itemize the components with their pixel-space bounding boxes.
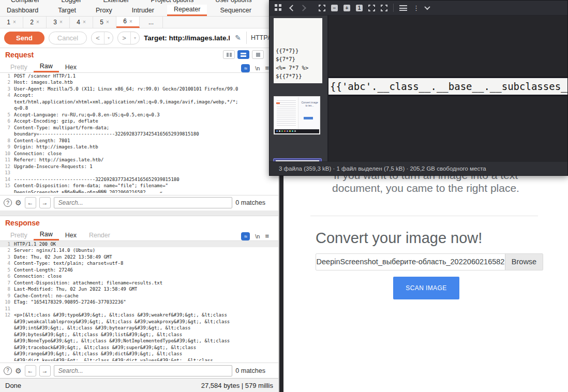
chevron-down-icon[interactable]: ▾ xyxy=(104,32,113,44)
code-line: 5Accept-Language: ru-RU,ru;q=0.8,en-US;q… xyxy=(0,112,278,118)
thumbnail-screenshot-image[interactable]: Convert image to tex... xyxy=(274,96,320,134)
prev-match-button[interactable]: ← xyxy=(25,365,36,376)
burp-top-tab[interactable]: Extender xyxy=(93,0,140,5)
code-line: 2Host: images.late.htb xyxy=(0,79,278,86)
response-view-tabs: Pretty Raw Hex Render ≈ \n ≡ xyxy=(0,229,278,240)
fit-window-icon[interactable] xyxy=(381,5,387,11)
tab-pretty[interactable]: Pretty xyxy=(4,230,34,240)
code-line: 1POST /scanner HTTP/1.1 xyxy=(0,73,278,80)
close-icon[interactable]: × xyxy=(129,19,132,24)
zoom-in-icon[interactable]: + xyxy=(343,5,350,11)
prettify-icon[interactable]: ≈ xyxy=(241,232,250,240)
repeater-tab[interactable]: 5 × xyxy=(93,17,116,28)
code-line: 10ETag: "1654178329.90895-27246-37703223… xyxy=(0,299,278,306)
response-panel-header: Response xyxy=(0,216,278,229)
tab-raw[interactable]: Raw xyxy=(34,62,59,72)
mini-burp-pane xyxy=(275,97,298,133)
next-match-button[interactable]: → xyxy=(39,197,51,208)
close-icon[interactable]: × xyxy=(36,19,39,25)
screen: If you want to turn an image into a text… xyxy=(0,0,568,392)
response-search-input[interactable] xyxy=(54,365,233,376)
gear-icon[interactable]: ⚙ xyxy=(15,199,22,207)
close-icon[interactable]: × xyxy=(83,19,86,25)
burp-main-tab[interactable]: Intruder xyxy=(125,5,161,16)
burp-main-tab[interactable]: Target xyxy=(51,5,83,16)
cancel-button[interactable]: Cancel xyxy=(49,32,87,44)
next-match-button[interactable]: → xyxy=(39,365,51,376)
gear-icon[interactable]: ⚙ xyxy=(15,367,22,375)
close-icon[interactable]: × xyxy=(59,19,63,25)
help-icon[interactable]: ? xyxy=(4,199,12,207)
fit-width-icon[interactable] xyxy=(368,5,375,11)
preview-canvas[interactable]: {{'abc'.__class__.__base__.__subclasses_… xyxy=(328,16,567,161)
close-icon[interactable]: × xyxy=(106,19,109,25)
repeater-tab[interactable]: ... × xyxy=(140,17,163,28)
burp-top-tab[interactable]: User options xyxy=(204,0,262,5)
file-count-label: 3 файла (359,3 kB) · 1 файл выделен (7,5… xyxy=(279,165,486,172)
editor-menu-icon[interactable]: ≡ xyxy=(265,64,269,72)
forward-icon[interactable] xyxy=(300,5,306,11)
burp-main-tabs: DashboardTargetProxyIntruderRepeaterSequ… xyxy=(0,5,279,17)
tab-hex[interactable]: Hex xyxy=(59,230,83,240)
request-control-bar: Send Cancel < ▾ > ▾ Target: http://image… xyxy=(0,28,278,49)
burp-main-tab[interactable]: Proxy xyxy=(89,5,119,16)
payload-line: ${{7*7}} xyxy=(276,72,320,81)
response-match-count: 0 matches xyxy=(235,367,275,374)
tab-pretty[interactable]: Pretty xyxy=(4,62,34,72)
request-view-tabs: Pretty Raw Hex ≈ \n ≡ xyxy=(0,61,278,72)
tab-hex[interactable]: Hex xyxy=(59,62,83,72)
show-newlines-icon[interactable]: \n xyxy=(255,233,260,239)
chevron-down-icon[interactable] xyxy=(424,4,430,10)
app-grid-icon[interactable] xyxy=(275,4,277,7)
repeater-tab[interactable]: 4 × xyxy=(70,17,93,28)
edit-target-icon[interactable]: ✎ xyxy=(235,34,241,42)
tab-raw[interactable]: Raw xyxy=(34,230,59,240)
panel-splitter[interactable] xyxy=(0,210,278,216)
request-search-input[interactable] xyxy=(54,197,233,208)
repeater-tab[interactable]: 2 × xyxy=(23,17,47,28)
burp-main-tab[interactable]: Repeater xyxy=(167,5,207,16)
history-back-button[interactable]: < ▾ xyxy=(91,32,113,44)
rows-layout-icon[interactable] xyxy=(237,50,249,59)
response-editor[interactable]: 1HTTP/1.1 200 OK 2Server: nginx/1.14.0 (… xyxy=(0,240,278,363)
repeater-tab-label: ... xyxy=(148,19,154,26)
repeater-tab[interactable]: 1 × xyxy=(0,17,23,28)
scan-image-button[interactable]: SCAN IMAGE xyxy=(393,277,459,299)
tab-render[interactable]: Render xyxy=(83,230,116,240)
send-button[interactable]: Send xyxy=(4,32,44,44)
prettify-icon[interactable]: ≈ xyxy=(241,64,250,72)
tagline-line2: document, you came to the right place. xyxy=(283,182,568,194)
code-line: &#39;NoneType&#39;&gt;, &lt;class &#39;N… xyxy=(0,338,278,344)
burp-main-tab[interactable]: Dashboard xyxy=(0,5,45,16)
list-view-icon[interactable] xyxy=(399,5,407,11)
prev-match-button[interactable]: ← xyxy=(25,197,36,208)
zoom-out-icon[interactable]: − xyxy=(331,5,338,11)
burp-top-tab[interactable]: Project options xyxy=(140,0,205,5)
code-line: 11 xyxy=(0,306,278,312)
help-icon[interactable]: ? xyxy=(4,367,12,375)
single-layout-icon[interactable] xyxy=(252,50,264,59)
browse-button[interactable]: Browse xyxy=(505,254,543,270)
file-input-value[interactable]: DeepinScreenshot_выберите-область_202206… xyxy=(316,254,505,270)
burp-top-tabs-clipped: ComparerLoggerExtenderProject optionsUse… xyxy=(0,0,279,5)
viewer-body: {{7*7}}${7*7}<%= 7*7 %>${{7*7}} Convert … xyxy=(270,16,567,161)
file-upload-field[interactable]: DeepinScreenshot_выберите-область_202206… xyxy=(316,253,543,270)
columns-layout-icon[interactable] xyxy=(223,50,235,59)
close-icon[interactable]: × xyxy=(13,19,16,25)
repeater-tab[interactable]: 6 × xyxy=(116,17,140,28)
chevron-down-icon[interactable]: ▾ xyxy=(130,32,139,44)
zoom-fit-icon[interactable] xyxy=(319,5,325,11)
show-newlines-icon[interactable]: \n xyxy=(255,65,260,71)
editor-menu-icon[interactable]: ≡ xyxy=(265,232,269,240)
repeater-tab[interactable]: 3 × xyxy=(47,17,70,28)
thumbnail-ssti-payloads-file[interactable]: {{7*7}}${7*7}<%= 7*7 %>${{7*7}} xyxy=(274,18,322,83)
burp-top-tab[interactable]: Comparer xyxy=(0,0,51,5)
request-editor[interactable]: 1POST /scanner HTTP/1.1 2Host: images.la… xyxy=(0,72,278,195)
history-forward-button[interactable]: > ▾ xyxy=(117,32,140,44)
burp-main-tab[interactable]: Sequencer xyxy=(213,5,258,16)
menu-dots-icon[interactable]: ⋮ xyxy=(413,5,420,11)
zoom-original-icon[interactable]: 1 xyxy=(356,5,363,11)
toolbar-separator xyxy=(393,4,394,12)
burp-top-tab[interactable]: Logger xyxy=(51,0,93,5)
back-icon[interactable] xyxy=(289,5,296,11)
